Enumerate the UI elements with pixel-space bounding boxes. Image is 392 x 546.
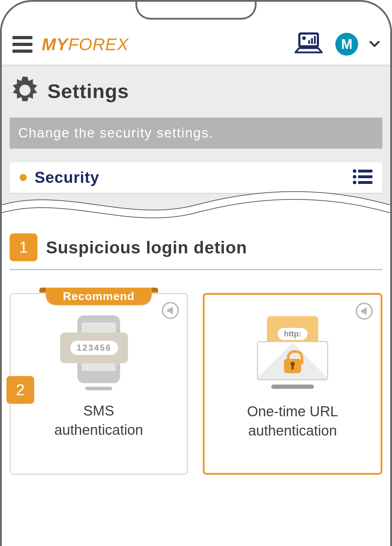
avatar-initial: M — [341, 37, 352, 52]
svg-rect-3 — [308, 40, 310, 44]
sms-illustration: 123456 — [77, 312, 120, 387]
megaphone-icon[interactable] — [162, 302, 179, 319]
logo[interactable]: MYFOREX — [42, 35, 129, 54]
main-content: 1 Suspicious login detion — [2, 223, 390, 261]
logo-part-my: MY — [42, 35, 68, 54]
list-toggle-icon[interactable] — [352, 169, 372, 186]
card-sms-auth[interactable]: Recommend 2 123456 — [10, 293, 188, 475]
svg-rect-8 — [358, 170, 372, 172]
top-bar: MYFOREX M — [2, 27, 390, 65]
card-url-auth[interactable]: http: One-time URL authentication — [203, 293, 382, 475]
phone-frame: MYFOREX M — [0, 0, 392, 546]
bullet-icon — [20, 174, 27, 181]
security-label: Security — [35, 169, 99, 186]
sms-code-sample: 123456 — [70, 341, 118, 355]
settings-subtitle: Change the security settings. — [10, 118, 382, 149]
gear-icon — [10, 75, 40, 107]
section-title: Suspicious login detion — [46, 238, 247, 257]
svg-point-6 — [21, 86, 29, 94]
svg-point-11 — [353, 181, 356, 184]
menu-icon[interactable] — [12, 36, 32, 53]
url-illustration: http: — [250, 313, 335, 387]
recommend-ribbon: Recommend — [46, 288, 151, 305]
auth-method-cards: Recommend 2 123456 — [2, 270, 390, 475]
step-badge-2: 2 — [6, 376, 34, 404]
chevron-down-icon[interactable] — [370, 38, 380, 50]
megaphone-icon[interactable] — [356, 303, 373, 320]
logo-part-forex: FOREX — [68, 35, 129, 54]
svg-rect-5 — [314, 36, 316, 44]
laptop-chart-icon[interactable] — [293, 32, 324, 57]
card-sms-title: SMS authentication — [54, 401, 143, 439]
svg-point-2 — [302, 36, 306, 40]
card-url-title: One-time URL authentication — [247, 402, 338, 440]
avatar[interactable]: M — [335, 33, 358, 56]
lock-icon — [284, 359, 301, 373]
security-section-row[interactable]: Security — [10, 162, 382, 193]
svg-rect-12 — [358, 181, 372, 184]
wave-divider — [2, 191, 390, 223]
url-pill: http: — [278, 328, 308, 340]
svg-rect-10 — [358, 175, 372, 178]
phone-notch — [135, 0, 257, 20]
page-title: Settings — [47, 79, 129, 103]
svg-point-9 — [353, 175, 356, 179]
step-badge-1: 1 — [10, 233, 37, 261]
settings-area: Settings Change the security settings. S… — [2, 65, 390, 223]
svg-rect-4 — [311, 38, 313, 44]
svg-point-7 — [353, 169, 356, 173]
